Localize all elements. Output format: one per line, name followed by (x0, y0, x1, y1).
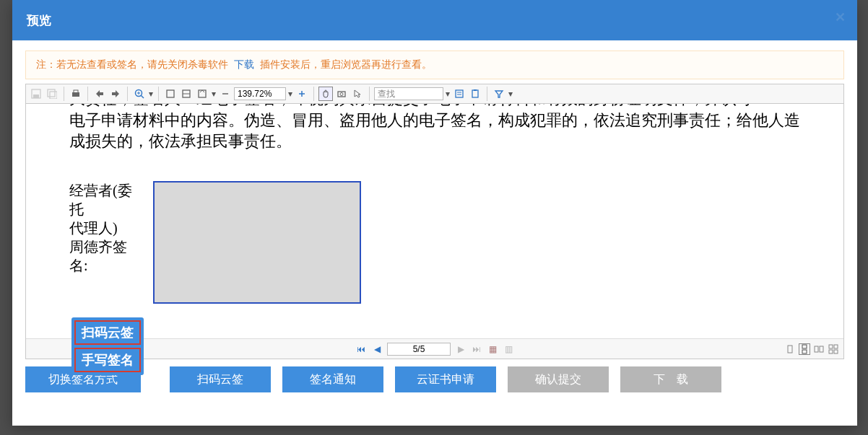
facing-view-icon[interactable] (813, 343, 825, 355)
svg-point-20 (340, 93, 343, 96)
last-page-icon: ⏭ (471, 343, 482, 355)
first-page-icon[interactable]: ⏮ (355, 343, 367, 355)
sig-label-line3: 周德齐签名: (69, 237, 142, 275)
svg-rect-34 (834, 345, 838, 348)
svg-rect-35 (829, 350, 833, 353)
prev-page-icon[interactable]: ◀ (371, 343, 383, 355)
sign-notify-button[interactable]: 签名通知 (282, 366, 383, 392)
svg-rect-30 (802, 350, 807, 353)
zoom-in-icon[interactable] (132, 87, 147, 101)
search-input[interactable] (374, 87, 443, 100)
svg-marker-27 (495, 91, 503, 97)
document-scroll-area[interactable]: 大责任；签名人一经电子签名，即视为其亲自提交了电子申请材料和有效的身份证明文件，… (26, 104, 843, 338)
document-content: 大责任；签名人一经电子签名，即视为其亲自提交了电子申请材料和有效的身份证明文件，… (26, 104, 843, 333)
filter-dropdown-icon[interactable]: ▾ (508, 87, 513, 101)
confirm-submit-button: 确认提交 (508, 366, 609, 392)
doc-text-line-1: 电子申请材料中的内容。伪造、冒用、盗用他人的电子签名，构成犯罪的，依法追究刑事责… (69, 110, 800, 152)
pdf-toolbar: ▾ ▾ ▾ ▾ ▾ (25, 84, 844, 104)
fit-width-icon[interactable] (179, 87, 194, 101)
title-text: 预览 (27, 12, 51, 29)
page-layout-icon[interactable]: ▦ (487, 343, 498, 355)
signature-row: 经营者(委托 代理人) 周德齐签名: (69, 181, 800, 304)
notice-banner: 注：若无法查看或签名，请先关闭杀毒软件 下载 插件安装后，重启浏览器再进行查看。 (25, 50, 844, 79)
single-page-view-icon[interactable] (784, 343, 796, 355)
svg-marker-7 (112, 90, 119, 97)
svg-rect-3 (50, 92, 57, 99)
zoom-in-small-icon[interactable] (295, 87, 309, 101)
svg-rect-33 (829, 345, 833, 348)
next-page-icon: ▶ (455, 343, 466, 355)
download-button: 下 载 (620, 366, 721, 392)
hand-tool-icon[interactable] (318, 87, 333, 101)
svg-rect-22 (456, 90, 463, 97)
svg-rect-12 (167, 90, 174, 97)
note-icon[interactable] (452, 87, 466, 101)
doc-text-line-0: 大责任；签名人一经电子签名，即视为其亲自提交了电子申请材料和有效的身份证明文件，… (69, 104, 800, 110)
pager-bar: ⏮ ◀ ▶ ⏭ ▦ ▥ (26, 338, 843, 359)
sig-label-line1: 经营者(委托 (69, 181, 142, 219)
page-number-input[interactable] (387, 343, 451, 356)
svg-line-9 (141, 95, 144, 98)
pager-right-group (784, 343, 839, 355)
facing-continuous-view-icon[interactable] (828, 343, 839, 355)
signature-label: 经营者(委托 代理人) 周德齐签名: (69, 181, 142, 304)
print-icon[interactable] (69, 87, 83, 101)
titlebar: 预览 ✕ (12, 0, 857, 40)
popover-scan-cloud-sign[interactable]: 扫码云签 (74, 320, 141, 345)
zoom-level-dropdown-icon[interactable]: ▾ (287, 87, 293, 101)
notice-text-1: 注：若无法查看或签名，请先关闭杀毒软件 (36, 58, 228, 70)
save-as-icon (45, 87, 59, 101)
sig-label-line2: 代理人) (69, 219, 142, 237)
sign-method-popover: 扫码云签 手写签名 (71, 317, 144, 375)
signature-pad[interactable] (153, 181, 361, 304)
svg-rect-29 (802, 345, 807, 348)
cloud-cert-apply-button[interactable]: 云证书申请 (395, 366, 496, 392)
fit-page-icon[interactable] (163, 87, 178, 101)
continuous-view-icon[interactable] (799, 343, 810, 355)
svg-rect-2 (48, 89, 55, 97)
zoom-in-dropdown-icon[interactable]: ▾ (148, 87, 154, 101)
save-icon (29, 87, 43, 101)
popover-handwrite-sign[interactable]: 手写签名 (74, 348, 141, 372)
svg-rect-32 (820, 346, 823, 352)
close-icon[interactable]: ✕ (833, 10, 847, 25)
svg-rect-28 (788, 346, 792, 353)
svg-rect-25 (472, 90, 478, 97)
zoom-level-input[interactable] (234, 87, 286, 100)
rotate-right-icon[interactable] (108, 87, 123, 101)
clipboard-icon[interactable] (468, 87, 482, 101)
snapshot-icon[interactable] (334, 87, 349, 101)
svg-marker-21 (355, 90, 360, 97)
rotate-left-icon[interactable] (92, 87, 107, 101)
svg-rect-15 (199, 90, 206, 97)
notice-text-2: 插件安装后，重启浏览器再进行查看。 (260, 58, 432, 70)
filter-icon[interactable] (492, 87, 506, 101)
svg-rect-1 (33, 95, 39, 98)
download-plugin-link[interactable]: 下载 (234, 58, 254, 70)
scan-cloud-sign-button[interactable]: 扫码云签 (170, 366, 271, 392)
svg-rect-26 (474, 89, 477, 91)
document-viewport: 大责任；签名人一经电子签名，即视为其亲自提交了电子申请材料和有效的身份证明文件，… (25, 104, 844, 359)
zoom-out-small-icon[interactable] (218, 87, 233, 101)
svg-marker-6 (96, 90, 103, 97)
fit-visible-icon[interactable] (195, 87, 209, 101)
preview-modal: 预览 ✕ 注：若无法查看或签名，请先关闭杀毒软件 下载 插件安装后，重启浏览器再… (12, 0, 857, 426)
page-layout-2-icon: ▥ (503, 343, 514, 355)
select-tool-icon[interactable] (350, 87, 365, 101)
fit-dropdown-icon[interactable]: ▾ (211, 87, 217, 101)
svg-rect-36 (834, 350, 838, 353)
svg-rect-31 (815, 346, 818, 352)
search-dropdown-icon[interactable]: ▾ (445, 87, 451, 101)
